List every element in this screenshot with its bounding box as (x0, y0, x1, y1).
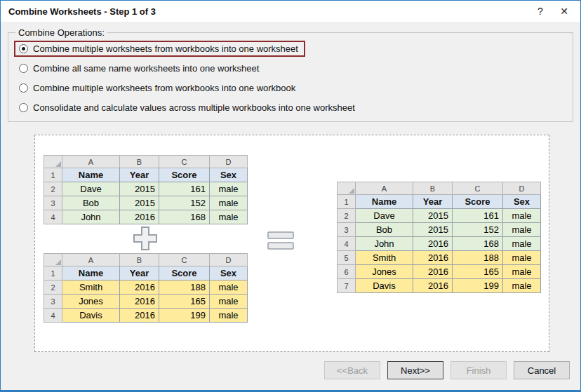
preview-sheet: ABCD1NameYearScoreSex2Smith2016188male3J… (44, 253, 248, 323)
data-cell: 2015 (413, 209, 453, 223)
corner-triangle-icon (55, 259, 61, 265)
window-title: Combine Worksheets - Step 1 of 3 (8, 6, 528, 17)
options-list: Combine multiple worksheets from workboo… (14, 41, 567, 116)
close-button[interactable]: ✕ (552, 1, 576, 21)
data-cell: male (210, 196, 248, 210)
column-letter-cell: D (210, 254, 248, 266)
option-combine-same-name-worksheets[interactable]: Combine all same name worksheets into on… (14, 60, 266, 76)
data-cell: 2016 (413, 279, 453, 293)
data-cell: Davis (356, 279, 413, 293)
radio-icon[interactable] (19, 83, 28, 93)
header-cell: Score (159, 168, 210, 182)
column-letter-cell: B (120, 156, 159, 168)
combine-operations-group: Combine Operations: Combine multiple wor… (8, 27, 573, 122)
row-number-cell: 7 (338, 279, 356, 293)
header-cell: Sex (210, 266, 248, 281)
data-cell: male (503, 265, 541, 279)
data-cell: 161 (453, 209, 503, 223)
header-cell: Year (120, 266, 159, 281)
preview-panel: ABCD1NameYearScoreSex2Dave2015161male3Bo… (34, 135, 549, 352)
sheet-row: 2Dave2015161male (338, 209, 541, 223)
option-label: Combine multiple worksheets from workboo… (33, 43, 298, 54)
header-cell: Sex (503, 195, 541, 209)
data-cell: Dave (62, 182, 120, 196)
row-number-cell: 4 (338, 237, 356, 251)
data-cell: male (503, 251, 541, 265)
column-letter-cell: B (120, 254, 159, 266)
back-button[interactable]: <<Back (324, 361, 380, 379)
row-number-cell: 1 (338, 195, 356, 209)
data-cell: Bob (62, 196, 120, 210)
row-number-cell: 2 (44, 281, 62, 295)
row-number-cell: 1 (44, 168, 62, 182)
radio-icon[interactable] (19, 103, 28, 112)
data-cell: 2015 (120, 182, 159, 196)
next-button[interactable]: Next>> (387, 361, 443, 379)
preview-sheet: ABCD1NameYearScoreSex2Dave2015161male3Bo… (44, 155, 248, 224)
data-cell: male (503, 237, 541, 251)
data-cell: 2016 (413, 251, 453, 265)
data-cell: John (62, 210, 120, 224)
corner-triangle-icon (55, 161, 61, 167)
plus-icon (133, 226, 158, 251)
data-cell: Bob (356, 223, 413, 237)
sheet-row: 5Smith2016188male (338, 251, 541, 265)
row-number-cell: 6 (338, 265, 356, 279)
option-label: Combine all same name worksheets into on… (33, 63, 259, 74)
preview-sheet: ABCD1NameYearScoreSex2Dave2015161male3Bo… (337, 182, 541, 293)
column-letter-cell: D (210, 156, 248, 168)
data-cell: Jones (356, 265, 413, 279)
titlebar: Combine Worksheets - Step 1 of 3 ? ✕ (1, 1, 580, 22)
data-cell: male (210, 210, 248, 224)
data-cell: 2016 (120, 295, 159, 309)
cancel-button[interactable]: Cancel (514, 361, 570, 379)
radio-icon[interactable] (19, 44, 28, 53)
header-cell: Name (356, 195, 413, 209)
data-cell: 2016 (120, 210, 159, 224)
data-cell: 2015 (413, 223, 453, 237)
select-all-corner (44, 254, 62, 266)
source-table-2: ABCD1NameYearScoreSex2Smith2016188male3J… (44, 253, 248, 323)
data-cell: 165 (159, 295, 210, 309)
sheet-row: 3Jones2016165male (44, 295, 248, 309)
data-cell: Smith (62, 281, 120, 295)
data-cell: male (503, 279, 541, 293)
data-cell: male (503, 209, 541, 223)
row-number-cell: 3 (44, 196, 62, 210)
header-cell: Score (453, 195, 503, 209)
result-table: ABCD1NameYearScoreSex2Dave2015161male3Bo… (337, 182, 541, 293)
column-letter-cell: A (62, 156, 120, 168)
data-cell: male (210, 281, 248, 295)
data-cell: 168 (453, 237, 503, 251)
sheet-row: 4John2016168male (44, 210, 248, 224)
data-cell: 2016 (120, 281, 159, 295)
finish-button[interactable]: Finish (450, 361, 507, 379)
sheet-row: 3Bob2015152male (338, 223, 541, 237)
option-label: Consolidate and calculate values across … (33, 102, 355, 113)
radio-icon[interactable] (19, 64, 28, 73)
help-button[interactable]: ? (528, 1, 552, 21)
header-cell: Year (413, 195, 453, 209)
sheet-row: 3Bob2015152male (44, 196, 248, 210)
row-number-cell: 5 (338, 251, 356, 265)
column-letter-cell: B (413, 182, 453, 195)
option-consolidate-calculate[interactable]: Consolidate and calculate values across … (14, 100, 362, 116)
data-cell: Davis (62, 309, 120, 323)
group-label: Combine Operations: (15, 27, 107, 38)
data-cell: Jones (62, 295, 120, 309)
sheet-row: 2Dave2015161male (44, 182, 248, 196)
data-cell: 2016 (120, 309, 159, 323)
header-cell: Sex (210, 168, 248, 182)
header-cell: Year (120, 168, 159, 182)
option-combine-to-one-worksheet[interactable]: Combine multiple worksheets from workboo… (14, 41, 305, 57)
dialog-buttons: <<Back Next>> Finish Cancel (8, 361, 573, 379)
option-combine-to-one-workbook[interactable]: Combine multiple worksheets from workboo… (14, 80, 302, 96)
sheet-row: 6Jones2016165male (338, 265, 541, 279)
row-number-cell: 2 (338, 209, 356, 223)
row-number-cell: 1 (44, 266, 62, 281)
row-number-cell: 3 (44, 295, 62, 309)
column-letter-cell: A (356, 182, 413, 195)
data-cell: 161 (159, 182, 210, 196)
select-all-corner (44, 156, 62, 168)
header-cell: Score (159, 266, 210, 281)
